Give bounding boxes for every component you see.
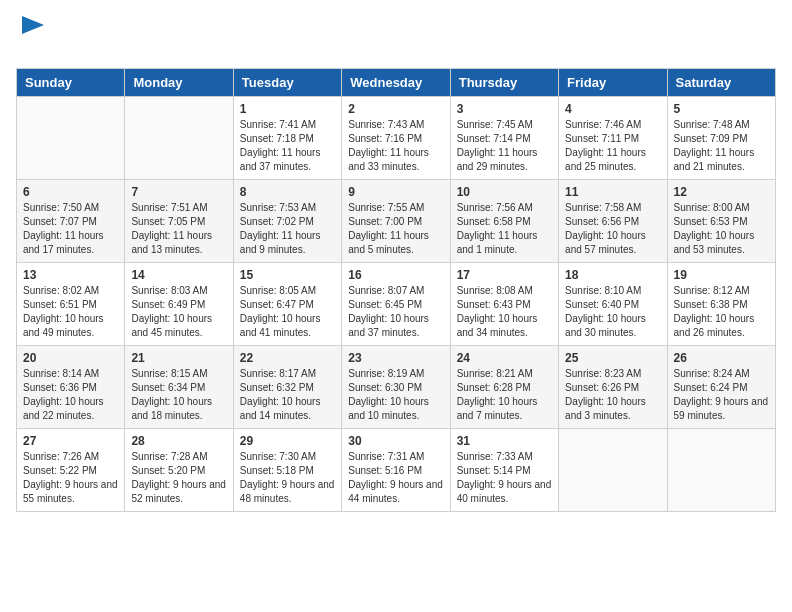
day-number: 30 xyxy=(348,434,443,448)
calendar-week-row: 13Sunrise: 8:02 AM Sunset: 6:51 PM Dayli… xyxy=(17,263,776,346)
column-header-thursday: Thursday xyxy=(450,69,558,97)
calendar-cell: 23Sunrise: 8:19 AM Sunset: 6:30 PM Dayli… xyxy=(342,346,450,429)
day-info: Sunrise: 7:30 AM Sunset: 5:18 PM Dayligh… xyxy=(240,450,335,506)
calendar-cell: 4Sunrise: 7:46 AM Sunset: 7:11 PM Daylig… xyxy=(559,97,667,180)
page-header xyxy=(16,16,776,60)
column-header-tuesday: Tuesday xyxy=(233,69,341,97)
column-header-sunday: Sunday xyxy=(17,69,125,97)
day-number: 28 xyxy=(131,434,226,448)
day-info: Sunrise: 7:58 AM Sunset: 6:56 PM Dayligh… xyxy=(565,201,660,257)
calendar-cell: 24Sunrise: 8:21 AM Sunset: 6:28 PM Dayli… xyxy=(450,346,558,429)
day-number: 3 xyxy=(457,102,552,116)
day-info: Sunrise: 8:21 AM Sunset: 6:28 PM Dayligh… xyxy=(457,367,552,423)
day-number: 6 xyxy=(23,185,118,199)
calendar-cell: 30Sunrise: 7:31 AM Sunset: 5:16 PM Dayli… xyxy=(342,429,450,512)
day-number: 27 xyxy=(23,434,118,448)
day-number: 12 xyxy=(674,185,769,199)
calendar-cell: 28Sunrise: 7:28 AM Sunset: 5:20 PM Dayli… xyxy=(125,429,233,512)
day-number: 1 xyxy=(240,102,335,116)
calendar-header-row: SundayMondayTuesdayWednesdayThursdayFrid… xyxy=(17,69,776,97)
calendar-cell: 14Sunrise: 8:03 AM Sunset: 6:49 PM Dayli… xyxy=(125,263,233,346)
calendar-week-row: 6Sunrise: 7:50 AM Sunset: 7:07 PM Daylig… xyxy=(17,180,776,263)
day-number: 14 xyxy=(131,268,226,282)
svg-marker-0 xyxy=(22,16,44,34)
calendar-cell: 18Sunrise: 8:10 AM Sunset: 6:40 PM Dayli… xyxy=(559,263,667,346)
day-info: Sunrise: 8:17 AM Sunset: 6:32 PM Dayligh… xyxy=(240,367,335,423)
calendar-cell: 9Sunrise: 7:55 AM Sunset: 7:00 PM Daylig… xyxy=(342,180,450,263)
day-number: 31 xyxy=(457,434,552,448)
calendar-cell: 15Sunrise: 8:05 AM Sunset: 6:47 PM Dayli… xyxy=(233,263,341,346)
day-info: Sunrise: 8:19 AM Sunset: 6:30 PM Dayligh… xyxy=(348,367,443,423)
day-number: 23 xyxy=(348,351,443,365)
calendar-cell: 29Sunrise: 7:30 AM Sunset: 5:18 PM Dayli… xyxy=(233,429,341,512)
day-number: 29 xyxy=(240,434,335,448)
day-info: Sunrise: 7:33 AM Sunset: 5:14 PM Dayligh… xyxy=(457,450,552,506)
day-number: 4 xyxy=(565,102,660,116)
calendar-cell: 11Sunrise: 7:58 AM Sunset: 6:56 PM Dayli… xyxy=(559,180,667,263)
day-info: Sunrise: 7:55 AM Sunset: 7:00 PM Dayligh… xyxy=(348,201,443,257)
day-info: Sunrise: 8:14 AM Sunset: 6:36 PM Dayligh… xyxy=(23,367,118,423)
calendar-table: SundayMondayTuesdayWednesdayThursdayFrid… xyxy=(16,68,776,512)
calendar-cell: 20Sunrise: 8:14 AM Sunset: 6:36 PM Dayli… xyxy=(17,346,125,429)
calendar-cell xyxy=(125,97,233,180)
calendar-cell: 6Sunrise: 7:50 AM Sunset: 7:07 PM Daylig… xyxy=(17,180,125,263)
day-info: Sunrise: 8:08 AM Sunset: 6:43 PM Dayligh… xyxy=(457,284,552,340)
day-info: Sunrise: 7:31 AM Sunset: 5:16 PM Dayligh… xyxy=(348,450,443,506)
day-info: Sunrise: 7:26 AM Sunset: 5:22 PM Dayligh… xyxy=(23,450,118,506)
day-info: Sunrise: 7:53 AM Sunset: 7:02 PM Dayligh… xyxy=(240,201,335,257)
calendar-week-row: 27Sunrise: 7:26 AM Sunset: 5:22 PM Dayli… xyxy=(17,429,776,512)
day-number: 22 xyxy=(240,351,335,365)
day-info: Sunrise: 8:00 AM Sunset: 6:53 PM Dayligh… xyxy=(674,201,769,257)
calendar-cell: 13Sunrise: 8:02 AM Sunset: 6:51 PM Dayli… xyxy=(17,263,125,346)
day-info: Sunrise: 8:07 AM Sunset: 6:45 PM Dayligh… xyxy=(348,284,443,340)
column-header-monday: Monday xyxy=(125,69,233,97)
calendar-cell: 22Sunrise: 8:17 AM Sunset: 6:32 PM Dayli… xyxy=(233,346,341,429)
day-number: 13 xyxy=(23,268,118,282)
calendar-cell: 2Sunrise: 7:43 AM Sunset: 7:16 PM Daylig… xyxy=(342,97,450,180)
day-info: Sunrise: 7:51 AM Sunset: 7:05 PM Dayligh… xyxy=(131,201,226,257)
day-number: 5 xyxy=(674,102,769,116)
logo-arrow-icon xyxy=(22,16,44,34)
day-number: 10 xyxy=(457,185,552,199)
calendar-cell: 12Sunrise: 8:00 AM Sunset: 6:53 PM Dayli… xyxy=(667,180,775,263)
day-info: Sunrise: 8:03 AM Sunset: 6:49 PM Dayligh… xyxy=(131,284,226,340)
day-number: 20 xyxy=(23,351,118,365)
day-number: 21 xyxy=(131,351,226,365)
calendar-cell: 1Sunrise: 7:41 AM Sunset: 7:18 PM Daylig… xyxy=(233,97,341,180)
day-number: 25 xyxy=(565,351,660,365)
day-number: 26 xyxy=(674,351,769,365)
day-number: 15 xyxy=(240,268,335,282)
day-info: Sunrise: 8:05 AM Sunset: 6:47 PM Dayligh… xyxy=(240,284,335,340)
day-number: 9 xyxy=(348,185,443,199)
day-info: Sunrise: 7:48 AM Sunset: 7:09 PM Dayligh… xyxy=(674,118,769,174)
calendar-cell: 17Sunrise: 8:08 AM Sunset: 6:43 PM Dayli… xyxy=(450,263,558,346)
calendar-cell: 19Sunrise: 8:12 AM Sunset: 6:38 PM Dayli… xyxy=(667,263,775,346)
calendar-cell xyxy=(667,429,775,512)
calendar-cell: 21Sunrise: 8:15 AM Sunset: 6:34 PM Dayli… xyxy=(125,346,233,429)
day-number: 18 xyxy=(565,268,660,282)
calendar-cell xyxy=(559,429,667,512)
day-number: 16 xyxy=(348,268,443,282)
day-info: Sunrise: 7:43 AM Sunset: 7:16 PM Dayligh… xyxy=(348,118,443,174)
day-info: Sunrise: 7:46 AM Sunset: 7:11 PM Dayligh… xyxy=(565,118,660,174)
day-info: Sunrise: 8:24 AM Sunset: 6:24 PM Dayligh… xyxy=(674,367,769,423)
day-number: 11 xyxy=(565,185,660,199)
logo xyxy=(16,16,44,60)
day-number: 17 xyxy=(457,268,552,282)
day-number: 19 xyxy=(674,268,769,282)
calendar-cell: 10Sunrise: 7:56 AM Sunset: 6:58 PM Dayli… xyxy=(450,180,558,263)
day-info: Sunrise: 8:02 AM Sunset: 6:51 PM Dayligh… xyxy=(23,284,118,340)
day-info: Sunrise: 7:56 AM Sunset: 6:58 PM Dayligh… xyxy=(457,201,552,257)
day-number: 24 xyxy=(457,351,552,365)
day-info: Sunrise: 8:15 AM Sunset: 6:34 PM Dayligh… xyxy=(131,367,226,423)
column-header-friday: Friday xyxy=(559,69,667,97)
day-info: Sunrise: 8:10 AM Sunset: 6:40 PM Dayligh… xyxy=(565,284,660,340)
calendar-cell: 7Sunrise: 7:51 AM Sunset: 7:05 PM Daylig… xyxy=(125,180,233,263)
day-info: Sunrise: 8:12 AM Sunset: 6:38 PM Dayligh… xyxy=(674,284,769,340)
day-number: 2 xyxy=(348,102,443,116)
day-info: Sunrise: 7:41 AM Sunset: 7:18 PM Dayligh… xyxy=(240,118,335,174)
column-header-saturday: Saturday xyxy=(667,69,775,97)
calendar-week-row: 1Sunrise: 7:41 AM Sunset: 7:18 PM Daylig… xyxy=(17,97,776,180)
calendar-cell: 3Sunrise: 7:45 AM Sunset: 7:14 PM Daylig… xyxy=(450,97,558,180)
day-info: Sunrise: 7:45 AM Sunset: 7:14 PM Dayligh… xyxy=(457,118,552,174)
